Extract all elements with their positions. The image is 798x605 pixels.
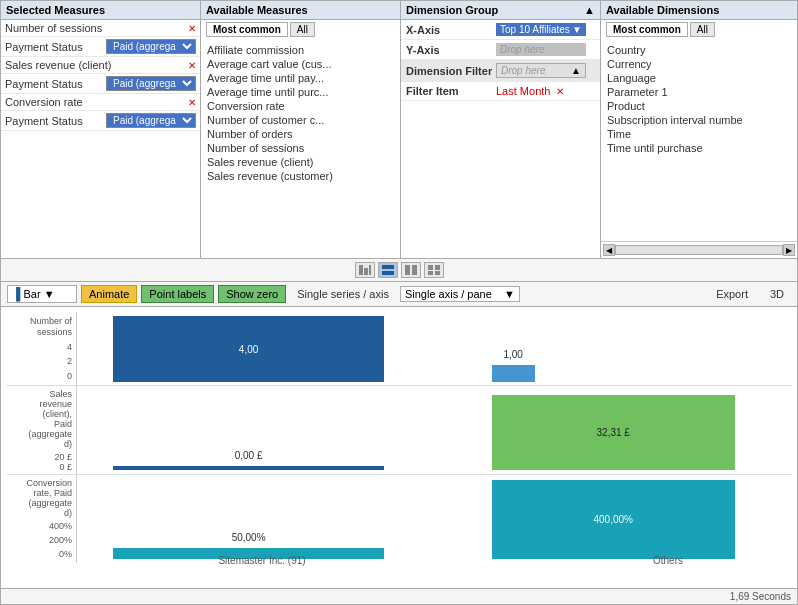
bar-chart-icon: ▐ (12, 287, 21, 301)
axis-pane-label: Single axis / pane (405, 288, 492, 300)
tab-all[interactable]: All (290, 22, 315, 37)
conversion-y-axis: Conversionrate, Paid(aggregated) 400% 20… (6, 475, 76, 563)
x-label-others: Others (653, 555, 683, 566)
avail-measure-time-pay[interactable]: Average time until pay... (205, 71, 396, 85)
available-measures-list: Affiliate commission Average cart value … (201, 39, 400, 187)
sessions-tick-2: 2 (6, 356, 72, 366)
sessions-tick-4: 4 (6, 342, 72, 352)
svg-rect-3 (382, 265, 394, 269)
filter-item-remove-button[interactable]: ✕ (556, 86, 564, 97)
dimension-xaxis-row: X-Axis Top 10 Affiliates ▼ (401, 20, 600, 40)
available-dimensions-header: Available Dimensions (601, 1, 797, 20)
conversion-tick-200: 200% (6, 535, 72, 545)
dimension-group-panel: Dimension Group ▲ X-Axis Top 10 Affiliat… (401, 1, 601, 258)
payment-status-select-3[interactable]: Paid (aggrega (106, 113, 196, 128)
sales-bar-2: 32,31 £ (492, 395, 735, 470)
svg-rect-2 (369, 265, 371, 275)
sales-tick-0: 0 £ (6, 462, 72, 472)
scroll-right-button[interactable]: ▶ (783, 244, 795, 256)
svg-rect-10 (435, 271, 440, 275)
available-measures-tabs: Most common All (201, 20, 400, 39)
dimension-filter-row: Dimension Filter Drop here ▲ (401, 60, 600, 82)
avail-measure-cart[interactable]: Average cart value (cus... (205, 57, 396, 71)
svg-rect-6 (412, 265, 417, 275)
sessions-bars-area: 4,00 1,00 (76, 312, 792, 385)
dimension-group-sort-icon[interactable]: ▲ (584, 4, 595, 16)
dimension-scrollbar-area: ◀ ▶ (601, 241, 797, 258)
remove-conversion-button[interactable]: ✕ (188, 97, 196, 108)
avail-measure-sales-customer[interactable]: Sales revenue (customer) (205, 169, 396, 183)
avail-dim-parameter[interactable]: Parameter 1 (605, 85, 793, 99)
avail-dim-time[interactable]: Time (605, 127, 793, 141)
payment-status-select-1[interactable]: Paid (aggrega (106, 39, 196, 54)
point-labels-button[interactable]: Point labels (141, 285, 214, 303)
tab-dim-all[interactable]: All (690, 22, 715, 37)
svg-rect-1 (364, 268, 368, 275)
3d-button[interactable]: 3D (763, 286, 791, 302)
remove-sales-button[interactable]: ✕ (188, 60, 196, 71)
status-bar: 1,69 Seconds (1, 588, 797, 604)
dimension-group-title: Dimension Group (406, 4, 498, 16)
available-dimensions-title: Available Dimensions (606, 4, 719, 16)
sessions-bar-2: 1,00 (492, 365, 535, 381)
sessions-bar-1: 4,00 (113, 316, 385, 382)
avail-measure-conversion[interactable]: Conversion rate (205, 99, 396, 113)
dim-filter-drop-here: Drop here (501, 65, 545, 76)
avail-dim-time-purchase[interactable]: Time until purchase (605, 141, 793, 155)
yaxis-drop-here: Drop here (500, 44, 544, 55)
payment-status-label-3: Payment Status (5, 115, 106, 127)
sales-y-label: Salesrevenue(client),Paid(aggregated) (6, 390, 72, 449)
xaxis-dropdown[interactable]: Top 10 Affiliates ▼ (496, 23, 586, 36)
view-icon-2[interactable] (378, 262, 398, 278)
yaxis-dropdown[interactable]: Drop here (496, 43, 586, 56)
filter-item-value-area: Last Month ✕ (496, 85, 564, 97)
view-icon-3[interactable] (401, 262, 421, 278)
sales-bar-1: 0,00 £ (113, 466, 385, 470)
horizontal-scrollbar[interactable] (615, 245, 783, 255)
axis-pane-selector[interactable]: Single axis / pane ▼ (400, 286, 520, 302)
conversion-tick-400: 400% (6, 521, 72, 531)
avail-dim-subscription[interactable]: Subscription interval numbe (605, 113, 793, 127)
dimension-filter-dropdown[interactable]: Drop here ▲ (496, 63, 586, 78)
chart-type-selector[interactable]: ▐ Bar ▼ (7, 285, 77, 303)
sales-tick-20: 20 £ (6, 452, 72, 462)
tab-dim-most-common[interactable]: Most common (606, 22, 688, 37)
avail-measure-customer[interactable]: Number of customer c... (205, 113, 396, 127)
view-icon-4[interactable] (424, 262, 444, 278)
export-button[interactable]: Export (709, 286, 755, 302)
remove-sessions-button[interactable]: ✕ (188, 23, 196, 34)
chart-type-label: Bar (24, 288, 41, 300)
avail-dim-language[interactable]: Language (605, 71, 793, 85)
measure-row-payment1: Payment Status Paid (aggrega (1, 37, 200, 57)
svg-rect-5 (405, 265, 410, 275)
sales-bar-1-label: 0,00 £ (235, 450, 263, 461)
sales-bar-2-label: 32,31 £ (597, 427, 630, 438)
scroll-left-button[interactable]: ◀ (603, 244, 615, 256)
avail-measure-orders[interactable]: Number of orders (205, 127, 396, 141)
conversion-bar-1-label: 50,00% (232, 532, 266, 543)
show-zero-button[interactable]: Show zero (218, 285, 286, 303)
avail-dim-product[interactable]: Product (605, 99, 793, 113)
conversion-bars-area: 50,00% 400,00% (76, 475, 792, 563)
avail-measure-affiliate[interactable]: Affiliate commission (205, 43, 396, 57)
tab-most-common[interactable]: Most common (206, 22, 288, 37)
avail-dim-currency[interactable]: Currency (605, 57, 793, 71)
avail-measure-time-purc[interactable]: Average time until purc... (205, 85, 396, 99)
available-dimensions-tabs: Most common All (601, 20, 797, 39)
avail-measure-sales-client[interactable]: Sales revenue (client) (205, 155, 396, 169)
single-series-text: Single series / axis (290, 286, 396, 302)
yaxis-label: Y-Axis (406, 44, 496, 56)
view-icon-1[interactable] (355, 262, 375, 278)
selected-measures-panel: Selected Measures Number of sessions ✕ P… (1, 1, 201, 258)
animate-button[interactable]: Animate (81, 285, 137, 303)
svg-rect-4 (382, 271, 394, 275)
main-container: Selected Measures Number of sessions ✕ P… (0, 0, 798, 605)
payment-status-select-2[interactable]: Paid (aggrega (106, 76, 196, 91)
selected-measures-header: Selected Measures (1, 1, 200, 20)
sales-bars-area: 0,00 £ 32,31 £ (76, 386, 792, 474)
avail-dim-country[interactable]: Country (605, 43, 793, 57)
axis-pane-chevron-icon: ▼ (504, 288, 515, 300)
svg-rect-9 (428, 271, 433, 275)
avail-measure-sessions[interactable]: Number of sessions (205, 141, 396, 155)
available-measures-title: Available Measures (206, 4, 308, 16)
